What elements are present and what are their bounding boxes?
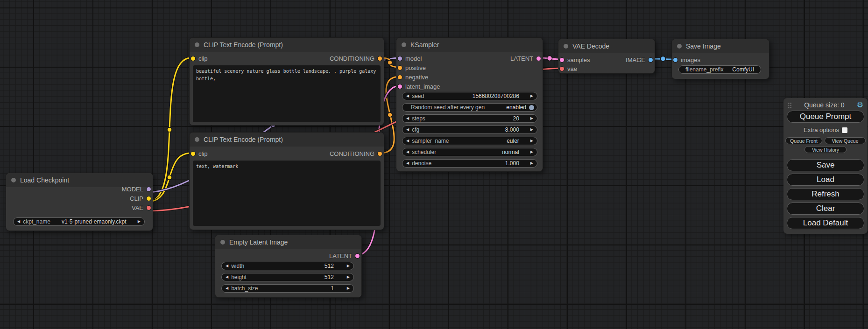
load-button[interactable]: Load: [787, 174, 864, 186]
output-slot-vae[interactable]: VAE: [132, 204, 151, 212]
collapse-dot-icon[interactable]: [195, 137, 199, 142]
node-title-bar[interactable]: CLIP Text Encode (Prompt): [190, 133, 384, 147]
model-port-icon[interactable]: [147, 187, 151, 191]
link-midpoint-dot[interactable]: [167, 127, 172, 132]
input-slot-images[interactable]: images: [673, 56, 700, 64]
increment-arrow-icon[interactable]: ▶: [530, 139, 533, 143]
increment-arrow-icon[interactable]: ▶: [347, 287, 350, 290]
latent-port-icon[interactable]: [355, 254, 360, 258]
node-title-bar[interactable]: Save Image: [672, 39, 769, 53]
link-midpoint-dot[interactable]: [661, 56, 666, 62]
output-slot-image[interactable]: IMAGE: [626, 56, 653, 64]
conditioning-port-icon[interactable]: [378, 152, 382, 156]
node-title-bar[interactable]: VAE Decode: [558, 39, 655, 53]
decrement-arrow-icon[interactable]: ◀: [406, 161, 409, 165]
load-default-button[interactable]: Load Default: [787, 217, 864, 229]
vae-port-icon[interactable]: [560, 67, 564, 71]
queue-panel[interactable]: Queue size: 0 ⚙ Queue Prompt Extra optio…: [783, 98, 868, 234]
increment-arrow-icon[interactable]: ▶: [347, 275, 350, 279]
node-load-checkpoint[interactable]: Load Checkpoint MODEL CLIP VAE ◀ ckpt_na…: [6, 173, 153, 231]
link-midpoint-dot[interactable]: [388, 60, 392, 65]
batch-size-widget[interactable]: ◀ batch_size 1 ▶: [221, 284, 354, 293]
increment-arrow-icon[interactable]: ▶: [530, 161, 533, 165]
sampler-name-widget[interactable]: ◀ sampler_name euler ▶: [402, 137, 537, 145]
model-port-icon[interactable]: [398, 56, 402, 61]
decrement-arrow-icon[interactable]: ◀: [406, 139, 409, 143]
node-ksampler[interactable]: KSampler model positive negative latent_…: [396, 37, 543, 172]
node-clip-text-encode-negative[interactable]: CLIP Text Encode (Prompt) clip CONDITION…: [189, 132, 384, 230]
node-empty-latent-image[interactable]: Empty Latent Image LATENT ◀ width 512 ▶ …: [215, 235, 362, 298]
node-title-bar[interactable]: Empty Latent Image: [215, 235, 361, 249]
increment-arrow-icon[interactable]: ▶: [530, 94, 533, 98]
link-midpoint-dot[interactable]: [388, 112, 392, 117]
output-slot-model[interactable]: MODEL: [122, 185, 151, 193]
increment-arrow-icon[interactable]: ▶: [530, 117, 533, 120]
decrement-arrow-icon[interactable]: ◀: [406, 150, 409, 154]
node-vae-decode[interactable]: VAE Decode samples vae IMAGE: [558, 39, 655, 74]
input-slot-positive[interactable]: positive: [398, 64, 426, 72]
decrement-arrow-icon[interactable]: ◀: [406, 94, 409, 98]
latent-port-icon[interactable]: [398, 84, 402, 89]
collapse-dot-icon[interactable]: [564, 44, 568, 49]
node-title-bar[interactable]: KSampler: [396, 38, 543, 52]
input-slot-samples[interactable]: samples: [560, 56, 590, 64]
clear-button[interactable]: Clear: [787, 203, 864, 215]
seed-widget[interactable]: ◀ seed 156680208700286 ▶: [402, 92, 537, 100]
increment-arrow-icon[interactable]: ▶: [530, 128, 533, 132]
image-port-icon[interactable]: [673, 58, 677, 62]
vae-port-icon[interactable]: [147, 206, 151, 210]
decrement-arrow-icon[interactable]: ◀: [226, 275, 228, 279]
collapse-dot-icon[interactable]: [402, 42, 406, 47]
link-midpoint-dot[interactable]: [547, 56, 552, 61]
settings-gear-icon[interactable]: ⚙: [857, 101, 863, 109]
output-slot-latent[interactable]: LATENT: [510, 55, 541, 63]
decrement-arrow-icon[interactable]: ◀: [406, 128, 409, 132]
negative-prompt-textarea[interactable]: text, watermark: [193, 161, 381, 226]
output-slot-clip[interactable]: CLIP: [130, 195, 151, 203]
input-slot-model[interactable]: model: [398, 55, 422, 63]
decrement-arrow-icon[interactable]: ◀: [17, 220, 20, 224]
queue-front-button[interactable]: Queue Front: [785, 137, 822, 144]
ckpt-name-widget[interactable]: ◀ ckpt_name v1-5-pruned-emaonly.ckpt ▶: [13, 217, 145, 226]
input-slot-clip[interactable]: clip: [191, 150, 208, 158]
latent-port-icon[interactable]: [536, 56, 541, 61]
random-seed-widget[interactable]: Random seed after every gen enabled: [402, 103, 537, 112]
input-slot-latent-image[interactable]: latent_image: [398, 83, 440, 91]
increment-arrow-icon[interactable]: ▶: [530, 150, 533, 154]
clip-port-icon[interactable]: [147, 196, 151, 201]
link-midpoint-dot[interactable]: [167, 175, 172, 180]
output-slot-conditioning[interactable]: CONDITIONING: [330, 55, 382, 63]
positive-prompt-textarea[interactable]: beautiful scenery nature glass bottle la…: [193, 65, 381, 122]
extra-options-checkbox[interactable]: [842, 127, 847, 133]
latent-port-icon[interactable]: [560, 58, 564, 62]
toggle-circle-icon[interactable]: [529, 105, 534, 110]
steps-widget[interactable]: ◀ steps 20 ▶: [402, 114, 537, 123]
collapse-dot-icon[interactable]: [677, 44, 682, 49]
increment-arrow-icon[interactable]: ▶: [347, 264, 350, 268]
collapse-dot-icon[interactable]: [195, 42, 199, 47]
queue-prompt-button[interactable]: Queue Prompt: [787, 111, 864, 123]
drag-handle-icon[interactable]: [788, 102, 792, 108]
node-graph-canvas[interactable]: Load Checkpoint MODEL CLIP VAE ◀ ckpt_na…: [0, 0, 868, 329]
view-queue-button[interactable]: View Queue: [825, 137, 866, 144]
decrement-arrow-icon[interactable]: ◀: [226, 264, 228, 268]
save-button[interactable]: Save: [787, 159, 864, 171]
conditioning-port-icon[interactable]: [378, 56, 382, 61]
clip-port-icon[interactable]: [191, 152, 195, 156]
decrement-arrow-icon[interactable]: ◀: [226, 287, 228, 290]
filename-prefix-widget[interactable]: filename_prefix ComfyUI: [678, 65, 761, 74]
decrement-arrow-icon[interactable]: ◀: [406, 117, 409, 120]
collapse-dot-icon[interactable]: [220, 240, 225, 245]
collapse-dot-icon[interactable]: [11, 178, 16, 182]
output-slot-conditioning[interactable]: CONDITIONING: [330, 150, 382, 158]
view-history-button[interactable]: View History: [804, 146, 847, 153]
input-slot-negative[interactable]: negative: [398, 73, 428, 81]
output-slot-latent[interactable]: LATENT: [329, 252, 360, 260]
input-slot-vae[interactable]: vae: [560, 65, 577, 73]
height-widget[interactable]: ◀ height 512 ▶: [221, 273, 354, 281]
width-widget[interactable]: ◀ width 512 ▶: [221, 262, 354, 270]
conditioning-port-icon[interactable]: [398, 66, 402, 70]
clip-port-icon[interactable]: [191, 56, 195, 61]
scheduler-widget[interactable]: ◀ scheduler normal ▶: [402, 148, 537, 156]
increment-arrow-icon[interactable]: ▶: [138, 220, 141, 224]
